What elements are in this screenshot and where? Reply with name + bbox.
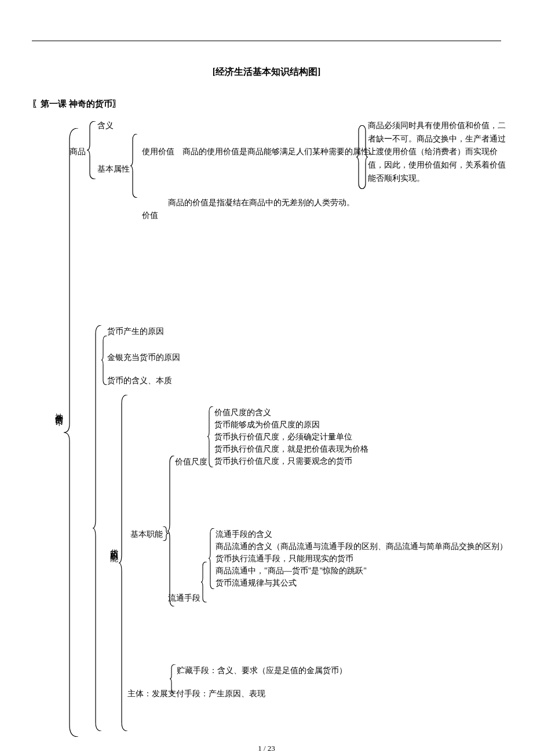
vm-line2: 货币能够成为价值尺度的原因 — [214, 419, 320, 431]
value-measure-label: 价值尺度 — [175, 456, 207, 468]
main-body-label: 主体：发展支付手段：产生原因、表现 — [127, 688, 265, 700]
circ-line5: 货币流通规律与其公式 — [216, 577, 297, 590]
circ-small-brace-icon — [201, 562, 208, 602]
note-box: 商品必须同时具有使用价值和价值，二者缺一不可。商品交换中，生产者通过让渡使用价值… — [368, 119, 513, 186]
circ-line1: 流通手段的含义 — [216, 528, 272, 541]
payment-text: 支付手段：产生原因、表现 — [168, 689, 265, 698]
circ-line3: 货币执行流通手段，只能用现实的货币 — [216, 553, 353, 565]
circulation-label: 流通手段 — [168, 592, 200, 605]
vm-line5: 货币执行价值尺度，只需要观念的货币 — [214, 455, 352, 468]
commodity-label: 商品 — [70, 146, 86, 158]
vm-line4: 货币执行价值尺度，就是把价值表现为价格 — [214, 443, 368, 456]
vm-line1: 价值尺度的含义 — [214, 406, 271, 419]
commodity-brace-icon — [87, 121, 97, 179]
attrs-brace-icon — [130, 134, 139, 198]
main-body-prefix: 主体：发展 — [127, 689, 168, 698]
value-desc: 商品的价值是指凝结在商品中的无差别的人类劳动。 — [168, 197, 355, 209]
root-brace-icon — [64, 128, 81, 737]
circ-line2: 商品流通的含义（商品流通与流通手段的区别、商品流通与简单商品交换的区别） — [216, 540, 511, 553]
top-rule — [32, 41, 501, 41]
circ-line4: 商品流通中，"商品—货币"是"惊险的跳跃" — [216, 565, 367, 577]
commodity-attrs: 基本属性 — [97, 163, 130, 176]
storage-text: 贮藏手段：含义、要求（应是足值的金属货币） — [177, 664, 347, 677]
vm-line3: 货币执行价值尺度，必须确定计量单位 — [214, 431, 352, 444]
note-right-brace-icon — [361, 125, 370, 189]
functions-brace-icon — [119, 395, 129, 731]
basic-func-span-brace-icon — [167, 456, 176, 606]
currency-brace-icon — [93, 325, 103, 731]
commodity-meaning: 含义 — [97, 119, 114, 132]
page-number: 1 / 23 — [32, 743, 501, 755]
currency-origin: 货币产生的原因 — [107, 325, 164, 338]
diagram-container: 神奇的货币 商品 含义 基本属性 使用价值 商品的使用价值是商品能够满足人们某种… — [32, 122, 501, 737]
use-value-label: 使用价值 — [142, 146, 174, 158]
lesson-heading: 〖第一课 神奇的货币〗 — [32, 97, 501, 111]
use-value-desc: 商品的使用价值是商品能够满足人们某种需要的属性。 — [182, 146, 377, 158]
gold-silver: 金银充当货币的原因 — [107, 351, 180, 364]
storage-brace-icon — [170, 664, 177, 693]
origin-brace-icon — [101, 336, 108, 385]
currency-meaning-nature: 货币的含义、本质 — [107, 375, 172, 387]
basic-func-label: 基本职能 — [130, 528, 163, 541]
value-label: 价值 — [142, 209, 158, 222]
page-title: [经济生活基本知识结构图] — [32, 64, 501, 79]
